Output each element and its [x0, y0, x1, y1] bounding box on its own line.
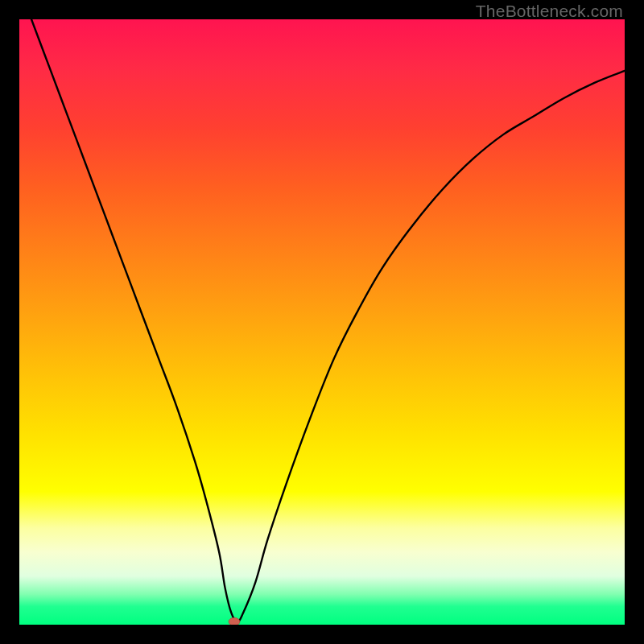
optimal-marker: [229, 617, 240, 625]
watermark-text: TheBottleneck.com: [476, 2, 623, 21]
bottleneck-curve: [31, 19, 625, 621]
chart-svg: [19, 19, 625, 625]
chart-container: TheBottleneck.com: [0, 0, 644, 644]
plot-area: [19, 19, 625, 625]
